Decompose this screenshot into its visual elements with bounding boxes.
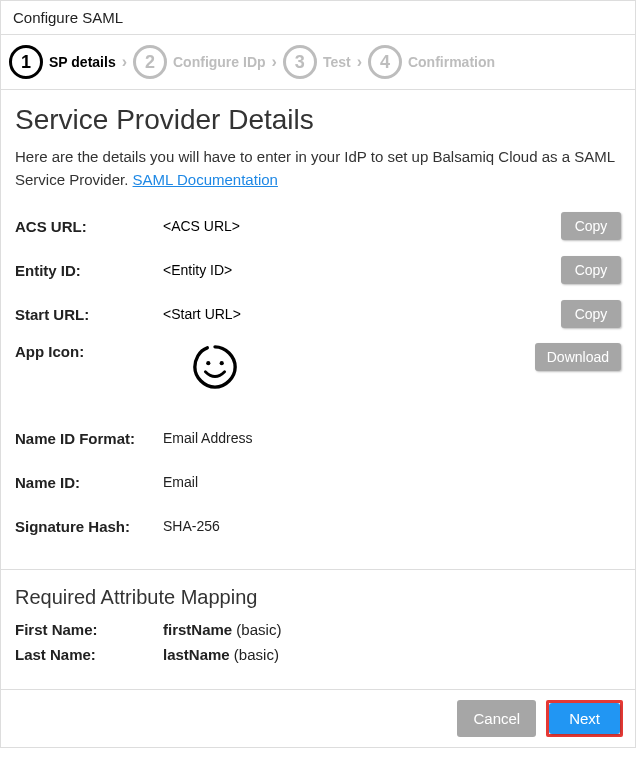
field-label: ACS URL: bbox=[15, 218, 163, 235]
attr-label: First Name: bbox=[15, 621, 163, 638]
page-heading: Service Provider Details bbox=[15, 104, 621, 136]
step-label: Confirmation bbox=[408, 54, 495, 70]
attr-code: firstName bbox=[163, 621, 232, 638]
step-number: 3 bbox=[283, 45, 317, 79]
step-configure-idp[interactable]: 2 Configure IDp bbox=[133, 45, 266, 79]
field-signature-hash: Signature Hash: SHA-256 bbox=[15, 511, 621, 541]
step-confirmation[interactable]: 4 Confirmation bbox=[368, 45, 495, 79]
field-value: <ACS URL> bbox=[163, 218, 561, 234]
field-app-icon: App Icon: Download bbox=[15, 343, 621, 403]
step-label: SP details bbox=[49, 54, 116, 70]
chevron-right-icon: › bbox=[120, 53, 129, 71]
next-button[interactable]: Next bbox=[549, 703, 620, 734]
dialog-footer: Cancel Next bbox=[1, 689, 635, 747]
step-number: 1 bbox=[9, 45, 43, 79]
field-value: SHA-256 bbox=[163, 518, 621, 534]
step-sp-details[interactable]: 1 SP details bbox=[9, 45, 116, 79]
cancel-button[interactable]: Cancel bbox=[457, 700, 536, 737]
step-label: Configure IDp bbox=[173, 54, 266, 70]
field-nameid: Name ID: Email bbox=[15, 467, 621, 497]
field-label: Start URL: bbox=[15, 306, 163, 323]
attr-code: lastName bbox=[163, 646, 230, 663]
content-area: Service Provider Details Here are the de… bbox=[1, 90, 635, 689]
attr-label: Last Name: bbox=[15, 646, 163, 663]
configure-saml-panel: Configure SAML 1 SP details › 2 Configur… bbox=[0, 0, 636, 748]
download-icon-button[interactable]: Download bbox=[535, 343, 621, 371]
step-label: Test bbox=[323, 54, 351, 70]
saml-documentation-link[interactable]: SAML Documentation bbox=[133, 171, 278, 188]
field-label: Name ID: bbox=[15, 474, 163, 491]
panel-title: Configure SAML bbox=[1, 1, 635, 35]
field-value: Email Address bbox=[163, 430, 621, 446]
field-nameid-format: Name ID Format: Email Address bbox=[15, 423, 621, 453]
field-label: Entity ID: bbox=[15, 262, 163, 279]
chevron-right-icon: › bbox=[270, 53, 279, 71]
svg-point-0 bbox=[206, 361, 210, 365]
field-value bbox=[163, 343, 535, 394]
divider bbox=[1, 569, 635, 570]
step-number: 2 bbox=[133, 45, 167, 79]
next-button-highlight: Next bbox=[546, 700, 623, 737]
smiley-face-icon bbox=[191, 343, 239, 391]
step-number: 4 bbox=[368, 45, 402, 79]
field-label: Signature Hash: bbox=[15, 518, 163, 535]
field-value: Email bbox=[163, 474, 621, 490]
field-label: App Icon: bbox=[15, 343, 163, 360]
attr-value: lastName (basic) bbox=[163, 646, 279, 663]
attr-last-name: Last Name: lastName (basic) bbox=[15, 646, 621, 663]
attr-first-name: First Name: firstName (basic) bbox=[15, 621, 621, 638]
intro-text: Here are the details you will have to en… bbox=[15, 146, 621, 191]
field-label: Name ID Format: bbox=[15, 430, 163, 447]
copy-entity-button[interactable]: Copy bbox=[561, 256, 621, 284]
field-value: <Entity ID> bbox=[163, 262, 561, 278]
attribute-mapping-heading: Required Attribute Mapping bbox=[15, 586, 621, 609]
chevron-right-icon: › bbox=[355, 53, 364, 71]
field-start-url: Start URL: <Start URL> Copy bbox=[15, 299, 621, 329]
field-entity-id: Entity ID: <Entity ID> Copy bbox=[15, 255, 621, 285]
step-test[interactable]: 3 Test bbox=[283, 45, 351, 79]
attr-type: (basic) bbox=[232, 621, 281, 638]
intro-body: Here are the details you will have to en… bbox=[15, 148, 615, 188]
attr-value: firstName (basic) bbox=[163, 621, 281, 638]
field-acs-url: ACS URL: <ACS URL> Copy bbox=[15, 211, 621, 241]
copy-start-button[interactable]: Copy bbox=[561, 300, 621, 328]
attr-type: (basic) bbox=[230, 646, 279, 663]
field-value: <Start URL> bbox=[163, 306, 561, 322]
copy-acs-button[interactable]: Copy bbox=[561, 212, 621, 240]
svg-point-1 bbox=[220, 361, 224, 365]
stepper: 1 SP details › 2 Configure IDp › 3 Test … bbox=[1, 35, 635, 90]
